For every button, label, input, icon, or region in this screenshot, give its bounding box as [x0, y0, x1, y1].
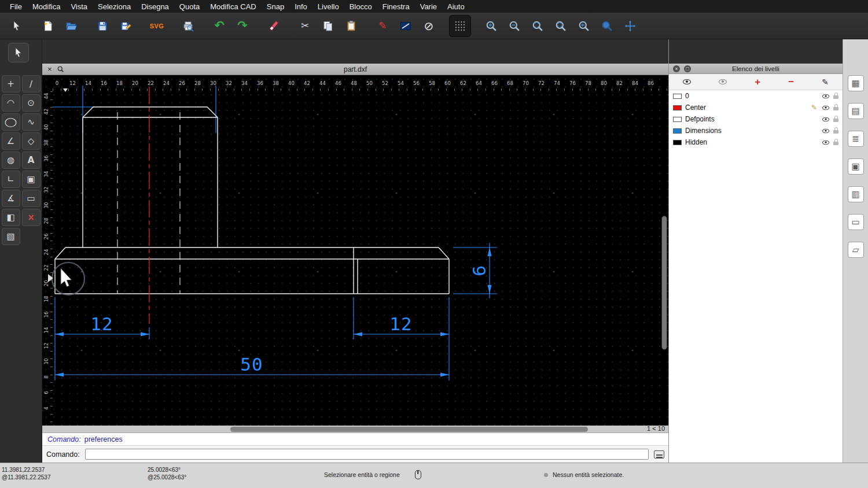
layer-lock-icon[interactable] — [833, 119, 838, 122]
arc-icon: ◠ — [7, 99, 14, 108]
drawing-canvas[interactable]: 0121416182022242628303234363840424446485… — [42, 75, 668, 426]
ruler-tool-button[interactable]: ▭ — [22, 190, 41, 207]
dock-properties-button[interactable]: ▱ — [848, 242, 864, 258]
polyline-tool-button[interactable]: ∠ — [2, 132, 20, 150]
layer-name: Defpoints — [685, 115, 807, 123]
print-preview-button[interactable] — [177, 15, 199, 37]
solid-icon: ▧ — [6, 232, 14, 241]
save-button[interactable] — [91, 15, 113, 37]
menu-item[interactable]: Snap — [262, 2, 289, 11]
save-as-button[interactable] — [115, 15, 137, 37]
menu-item[interactable]: Aiuto — [442, 2, 470, 11]
document-zoom-icon[interactable] — [57, 66, 64, 73]
delete-button[interactable] — [263, 15, 285, 37]
zoom-out-button[interactable] — [503, 15, 525, 37]
zoom-frame-button[interactable] — [550, 15, 572, 37]
menu-item[interactable]: Livello — [312, 2, 344, 11]
layer-visibility-icon[interactable] — [822, 117, 829, 121]
ellipse-tool-button[interactable]: ◯ — [2, 113, 20, 131]
open-file-button[interactable] — [60, 15, 82, 37]
new-file-button[interactable] — [37, 15, 59, 37]
menu-item[interactable]: Vista — [65, 2, 93, 11]
menu-item[interactable]: Info — [289, 2, 312, 11]
show-all-layers-button[interactable] — [683, 77, 691, 86]
pan-button[interactable] — [619, 15, 641, 37]
layer-visibility-icon[interactable] — [822, 105, 829, 110]
dock-block-list-button[interactable]: ▣ — [848, 158, 864, 175]
dock-views-button[interactable]: ▦ — [848, 75, 864, 91]
document-close-button[interactable]: × — [47, 65, 52, 73]
snap-tool-button[interactable]: × — [22, 209, 41, 226]
points-tool-button[interactable]: + — [2, 75, 20, 93]
paste-button[interactable] — [340, 15, 362, 37]
svg-export-button[interactable]: SVG — [146, 15, 168, 37]
menu-item[interactable]: Quota — [174, 2, 205, 11]
layer-lock-icon[interactable] — [833, 107, 838, 110]
remove-layer-button[interactable]: − — [788, 77, 794, 87]
layer-row[interactable]: Dimensions — [669, 125, 843, 136]
line-attributes-button[interactable] — [395, 15, 417, 37]
solid-tool-button[interactable]: ▧ — [2, 228, 20, 245]
menu-item[interactable]: Modifica CAD — [205, 2, 261, 11]
horizontal-scrollbar-thumb[interactable] — [230, 427, 588, 432]
layer-visibility-icon[interactable] — [822, 140, 829, 145]
text-tool-button[interactable]: A — [22, 151, 41, 169]
zoom-window-button[interactable] — [596, 15, 618, 37]
layer-row[interactable]: Hidden — [669, 136, 843, 148]
panel-close-button[interactable]: × — [673, 65, 680, 72]
layer-row[interactable]: Center ✎ — [669, 102, 843, 113]
polygon-tool-button[interactable]: ◇ — [22, 132, 41, 150]
dimension-tool-button[interactable]: ∟ — [2, 171, 20, 188]
select-tool-button[interactable] — [6, 15, 28, 37]
null-entity-button[interactable]: ⊘ — [418, 15, 440, 37]
command-detach-button[interactable] — [654, 450, 664, 459]
menu-item[interactable]: Blocco — [344, 2, 377, 11]
add-layer-button[interactable]: + — [755, 77, 760, 87]
panel-detach-button[interactable]: □ — [684, 65, 691, 72]
command-input[interactable] — [85, 449, 649, 460]
grid-toggle-button[interactable] — [449, 15, 471, 37]
measure-tool-button[interactable]: ∡ — [2, 190, 20, 207]
zoom-auto-button[interactable] — [527, 15, 549, 37]
undo-button[interactable]: ↶ — [208, 15, 230, 37]
layer-visibility-icon[interactable] — [822, 94, 829, 98]
layer-row[interactable]: Defpoints — [669, 113, 843, 125]
layer-lock-icon[interactable] — [833, 95, 838, 99]
modify-tool-button[interactable]: ◧ — [2, 209, 20, 226]
zoom-previous-button[interactable] — [573, 15, 595, 37]
layer-visibility-icon[interactable] — [822, 128, 829, 133]
dock-library-button[interactable]: ▥ — [848, 186, 864, 202]
dock-layer-list-button[interactable]: ≣ — [848, 131, 864, 147]
dock-ucs-button[interactable]: ▤ — [848, 103, 864, 119]
horizontal-scrollbar[interactable]: 1 < 10 — [42, 426, 668, 432]
vertical-scrollbar[interactable] — [661, 216, 667, 350]
sidebar-select-tool-button[interactable] — [8, 43, 29, 62]
redo-button[interactable]: ↷ — [231, 15, 253, 37]
dock-panel-icon: ≣ — [852, 135, 859, 143]
menu-item[interactable]: Seleziona — [93, 2, 136, 11]
dock-command-button[interactable]: ▭ — [848, 214, 864, 230]
save-icon — [97, 20, 108, 32]
hatch-tool-button[interactable]: ◍ — [2, 151, 20, 169]
image-tool-button[interactable]: ▣ — [22, 171, 41, 188]
cut-button[interactable]: ✂ — [294, 15, 316, 37]
spline-tool-button[interactable]: ∿ — [22, 113, 41, 131]
menu-item[interactable]: Modifica — [27, 2, 65, 11]
circle-tool-button[interactable]: ⊙ — [22, 94, 41, 112]
menu-item[interactable]: Finestra — [377, 2, 415, 11]
hidden-lines — [117, 112, 180, 294]
layer-row[interactable]: 0 — [669, 90, 843, 102]
line-tool-button[interactable]: ∕ — [22, 75, 41, 93]
menu-item[interactable]: Disegna — [136, 2, 174, 11]
arc-tool-button[interactable]: ◠ — [2, 94, 20, 112]
copy-button[interactable] — [317, 15, 339, 37]
layer-edit-icon[interactable]: ✎ — [810, 103, 818, 112]
edit-layer-button[interactable]: ✎ — [822, 77, 829, 87]
menu-item[interactable]: Varie — [415, 2, 442, 11]
layer-lock-icon[interactable] — [833, 130, 838, 134]
menu-item[interactable]: File — [5, 2, 27, 11]
pen-attributes-button[interactable]: ✎ — [372, 15, 393, 37]
layer-lock-icon[interactable] — [833, 142, 838, 145]
zoom-in-button[interactable] — [480, 15, 502, 37]
hide-all-layers-button[interactable] — [719, 77, 727, 86]
